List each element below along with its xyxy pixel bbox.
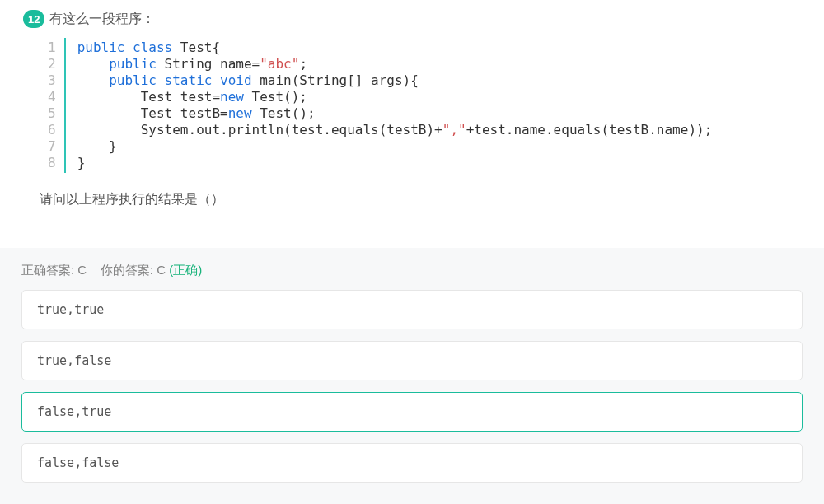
- code-text: Test{: [172, 40, 220, 55]
- code-text: Test testB=: [77, 105, 228, 121]
- question-prompt: 请问以上程序执行的结果是（）: [0, 181, 824, 215]
- code-text: [77, 56, 110, 72]
- your-answer-label: 你的答案:: [101, 263, 157, 277]
- option-text: true,true: [37, 302, 104, 317]
- option-text: true,false: [37, 353, 111, 368]
- line-number: 5: [48, 105, 56, 122]
- code-line: }: [77, 155, 713, 171]
- option-text: false,false: [37, 455, 119, 470]
- code-text: ;: [299, 56, 307, 72]
- option-d[interactable]: false,false: [21, 443, 803, 483]
- question-intro-text: 有这么一段程序：: [49, 11, 155, 28]
- code-text: Test();: [244, 89, 307, 105]
- code-gutter: 12345678: [48, 38, 66, 173]
- option-a[interactable]: true,true: [21, 290, 803, 329]
- code-text: Test();: [252, 105, 316, 121]
- code-line: }: [77, 138, 713, 155]
- code-text: }: [77, 155, 86, 170]
- code-text: [77, 72, 110, 88]
- line-number: 6: [48, 122, 56, 138]
- line-number: 3: [48, 72, 56, 89]
- code-text: System.out.println(test.equals(testB)+: [77, 122, 442, 138]
- code-line: public static void main(String[] args){: [77, 72, 713, 89]
- code-line: Test testB=new Test();: [77, 105, 713, 122]
- line-number: 8: [48, 155, 56, 171]
- option-c[interactable]: false,true: [21, 392, 803, 432]
- option-text: false,true: [37, 404, 111, 419]
- code-keyword: new: [228, 105, 252, 121]
- line-number: 2: [48, 56, 56, 72]
- line-number: 4: [48, 89, 56, 105]
- code-text: }: [77, 138, 117, 154]
- code-line: Test test=new Test();: [77, 89, 713, 105]
- question-number-badge: 12: [23, 10, 44, 28]
- your-answer-value: C: [157, 263, 166, 277]
- code-string: ",": [442, 122, 466, 138]
- code-line: public class Test{: [77, 40, 713, 56]
- code-text: +test.name.equals(testB.name));: [466, 122, 713, 138]
- code-keyword: public class: [77, 40, 173, 55]
- correct-answer-value: C: [77, 263, 87, 277]
- code-text: Test test=: [77, 89, 220, 105]
- answer-section: 正确答案: C 你的答案: C (正确) true,truetrue,false…: [0, 248, 824, 504]
- code-text: main(String[] args){: [252, 72, 419, 88]
- code-keyword: public: [109, 56, 157, 72]
- code-string: "abc": [260, 56, 299, 72]
- answer-header: 正确答案: C 你的答案: C (正确): [21, 263, 803, 278]
- code-text: String name=: [157, 56, 260, 72]
- code-block: 12345678 public class Test{ public Strin…: [48, 38, 824, 173]
- correct-answer-label: 正确答案:: [21, 263, 77, 277]
- line-number: 1: [48, 40, 56, 56]
- code-keyword: new: [220, 89, 244, 105]
- options-list: true,truetrue,falsefalse,truefalse,false: [21, 290, 803, 483]
- line-number: 7: [48, 138, 56, 155]
- code-keyword: public static void: [109, 72, 251, 88]
- question-header: 12 有这么一段程序：: [0, 0, 824, 35]
- code-line: System.out.println(test.equals(testB)+",…: [77, 122, 713, 138]
- answer-status: (正确): [169, 263, 202, 277]
- code-lines: public class Test{ public String name="a…: [66, 38, 713, 173]
- option-b[interactable]: true,false: [21, 341, 803, 380]
- code-line: public String name="abc";: [77, 56, 713, 72]
